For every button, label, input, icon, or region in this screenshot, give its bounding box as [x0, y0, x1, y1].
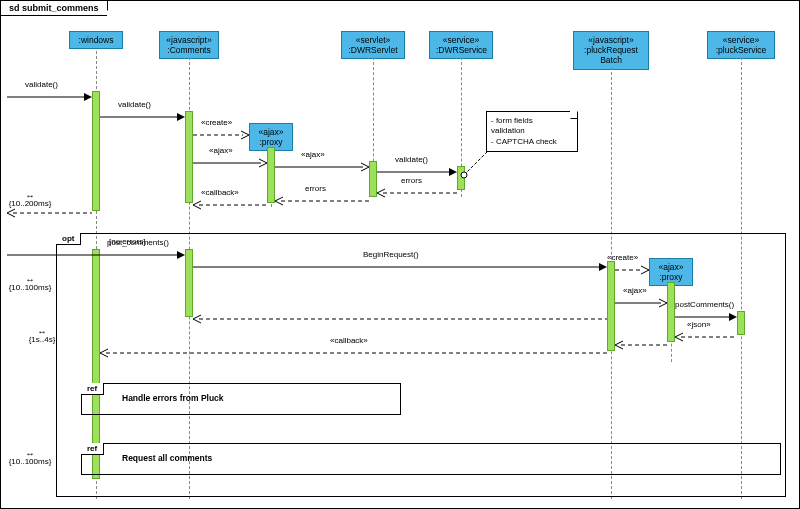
msg-validate-1: validate() — [7, 91, 92, 103]
ref-handle-errors: ref Handle errors from Pluck — [81, 383, 401, 415]
msg-return-2 — [615, 339, 667, 351]
sequence-diagram: sd submit_commens :windows «javascript»:… — [0, 0, 800, 509]
msg-begin-request: BeginRequest() — [193, 261, 607, 273]
activation — [267, 147, 275, 203]
msg-ajax-2: «ajax» — [275, 161, 369, 173]
lifeline-comments: «javascript»:Comments — [159, 31, 219, 59]
msg-post-comments: post_comments() — [7, 249, 185, 261]
msg-return-1 — [7, 207, 92, 219]
svg-marker-14 — [177, 251, 185, 259]
msg-errors-1: errors — [377, 187, 457, 199]
duration-2: ↔{10..100ms} — [7, 277, 53, 292]
lifeline-windows: :windows — [69, 31, 123, 49]
svg-marker-1 — [84, 93, 92, 101]
note-validation: - form fields validation - CAPTCHA check — [486, 111, 578, 152]
duration-1: ↔{10..200ms} — [7, 193, 53, 208]
ref-text: Handle errors from Pluck — [122, 393, 224, 403]
lifeline-service: «service»:DWRService — [429, 31, 493, 59]
msg-callback-2: «callback» — [100, 347, 607, 359]
msg-json: «json» — [675, 331, 737, 343]
svg-point-26 — [461, 172, 467, 178]
ref-request-comments: ref Request all comments — [81, 443, 781, 475]
svg-marker-16 — [599, 263, 607, 271]
lifeline-pluck: «service»:pluckService — [707, 31, 775, 59]
msg-callback-1: «callback» — [193, 199, 267, 211]
msg-return-3 — [193, 313, 607, 325]
msg-ajax-3: «ajax» — [615, 297, 667, 309]
lifeline-batch: «javascript»:pluckRequest Batch — [573, 31, 649, 70]
svg-marker-8 — [449, 168, 457, 176]
ref-label: ref — [81, 383, 104, 395]
msg-validate-2: validate() — [100, 111, 185, 123]
activation — [185, 111, 193, 203]
svg-line-25 — [464, 151, 488, 175]
duration-4: ↔{10..100ms} — [7, 451, 53, 466]
msg-errors-2: errors — [275, 195, 369, 207]
activation — [369, 161, 377, 197]
lifeline-servlet: «servlet»:DWRServlet — [341, 31, 405, 59]
svg-marker-3 — [177, 113, 185, 121]
frame-title: sd submit_commens — [1, 1, 108, 16]
note-anchor-line — [464, 151, 492, 179]
duration-3: ↔{1s..4s} — [19, 329, 65, 344]
ref-text: Request all comments — [122, 453, 212, 463]
svg-marker-20 — [729, 313, 737, 321]
msg-ajax-1: «ajax» — [193, 157, 267, 169]
activation — [92, 91, 100, 211]
msg-create-proxy1: «create» — [193, 129, 249, 141]
ref-label: ref — [81, 443, 104, 455]
msg-create-proxy2: «create» — [615, 264, 649, 276]
opt-label: opt — [56, 233, 81, 245]
